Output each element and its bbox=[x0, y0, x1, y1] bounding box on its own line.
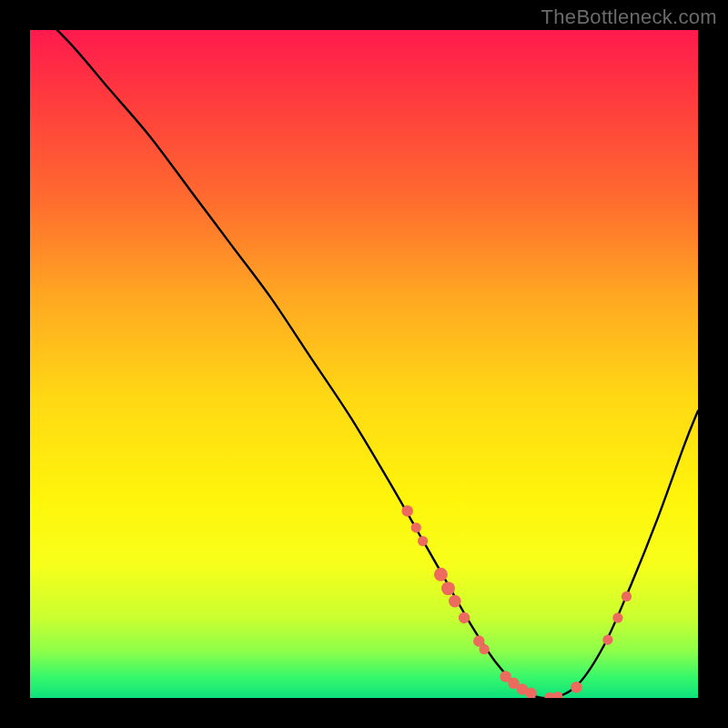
curve-marker bbox=[622, 592, 632, 602]
curve-marker bbox=[602, 635, 612, 645]
curve-marker bbox=[480, 644, 490, 654]
watermark-text: TheBottleneck.com bbox=[541, 5, 717, 29]
curve-marker bbox=[441, 581, 455, 595]
curve-marker bbox=[459, 612, 470, 623]
bottleneck-curve bbox=[30, 30, 698, 698]
curve-layer bbox=[30, 30, 698, 698]
curve-markers bbox=[401, 505, 632, 698]
curve-marker bbox=[571, 682, 581, 693]
curve-marker bbox=[418, 536, 428, 546]
curve-marker bbox=[612, 612, 622, 622]
curve-marker bbox=[552, 692, 562, 698]
curve-marker bbox=[449, 595, 461, 608]
curve-marker bbox=[411, 522, 421, 532]
chart-frame: TheBottleneck.com bbox=[0, 0, 728, 728]
curve-marker bbox=[401, 505, 412, 516]
curve-marker bbox=[434, 568, 448, 581]
